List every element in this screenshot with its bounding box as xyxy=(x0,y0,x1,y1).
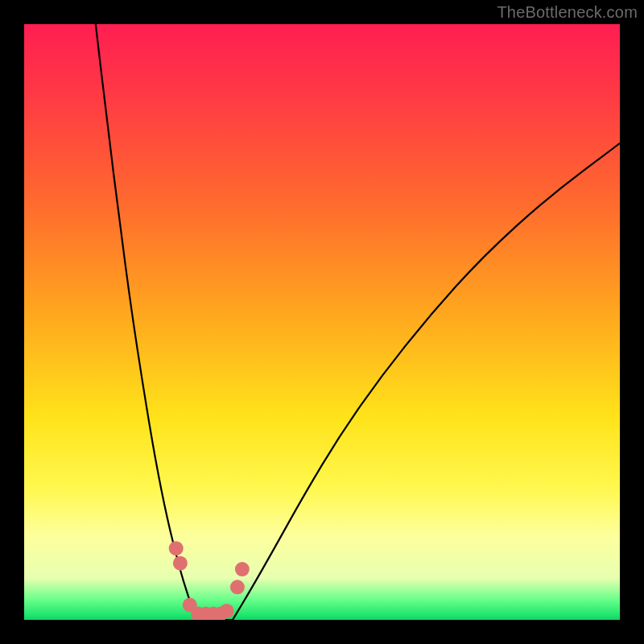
marker-dot xyxy=(169,541,184,555)
marker-dot xyxy=(220,604,234,618)
series-markers xyxy=(169,541,250,620)
marker-dot xyxy=(173,556,188,571)
series-right-branch xyxy=(233,143,620,620)
chart-svg xyxy=(24,24,620,620)
marker-dot xyxy=(230,580,245,594)
series-left-branch xyxy=(96,24,197,620)
watermark-text: TheBottleneck.com xyxy=(497,3,638,22)
chart-plot-area xyxy=(24,24,620,620)
chart-frame: TheBottleneck.com xyxy=(0,0,644,644)
marker-dot xyxy=(235,562,250,576)
